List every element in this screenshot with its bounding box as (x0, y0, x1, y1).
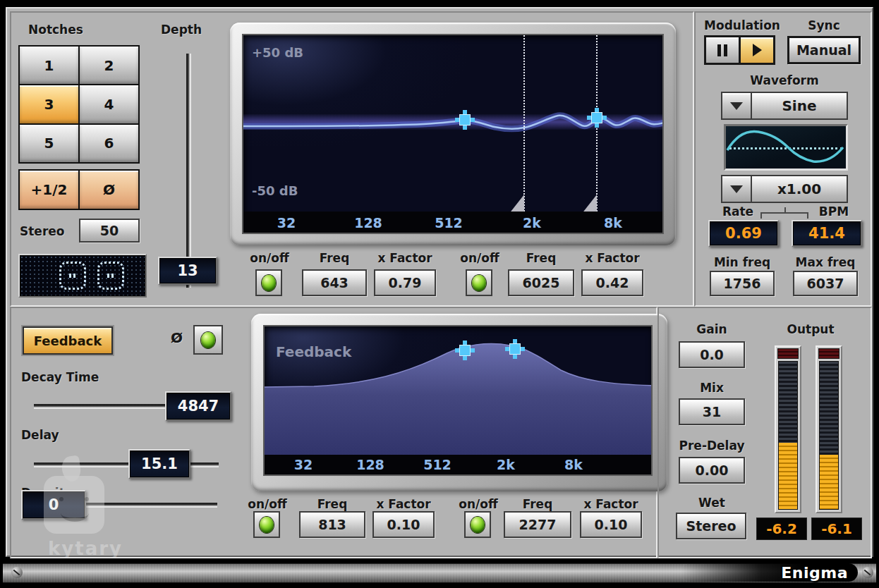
band2-onoff-button[interactable] (466, 269, 492, 296)
band2-factor-label: x Factor (576, 251, 649, 265)
notch-count-button-6[interactable]: 6 (80, 125, 138, 162)
screw-icon (11, 567, 23, 578)
mix-label: Mix (680, 381, 744, 395)
notch-count-button-4[interactable]: 4 (80, 85, 138, 123)
band1-freq-value[interactable]: 643 (302, 269, 367, 296)
db-top-label: +50 dB (252, 45, 303, 60)
notch-count-button-1[interactable]: 1 (20, 47, 78, 84)
decay-slider-handle[interactable]: 4847 (165, 391, 231, 421)
green-led-icon (472, 275, 486, 291)
dropdown-arrow-button[interactable] (722, 93, 752, 118)
rate-scale-select[interactable]: x1.00 (721, 175, 848, 203)
half-notch-button[interactable]: +1/2 (20, 171, 78, 209)
fb-band2-onoff-button[interactable] (464, 511, 491, 538)
meter-fill-left (779, 443, 797, 509)
fb-band2-onoff-label: on/off (457, 497, 499, 511)
max-freq-marker-line (596, 35, 598, 214)
band2-freq-value[interactable]: 6025 (508, 269, 574, 296)
sync-label: Sync (787, 18, 861, 32)
feedback-graph-display: Feedback 32 128 512 2k 8k (263, 325, 653, 476)
stereo-right-channel-icon (97, 262, 124, 290)
feedback-phase-label: Ø (171, 329, 183, 346)
feedback-graph-bezel: Feedback 32 128 512 2k 8k (251, 314, 667, 491)
fb-band1-freq-value[interactable]: 813 (299, 511, 365, 538)
fb-band1-factor-value[interactable]: 0.10 (372, 511, 435, 538)
fb-band1-freq-label: Freq (299, 497, 365, 511)
notch-response-curve (243, 35, 664, 214)
depth-slider-track[interactable] (186, 54, 191, 288)
gain-value[interactable]: 0.0 (679, 341, 745, 368)
play-button[interactable] (739, 37, 773, 63)
max-freq-label: Max freq (789, 255, 862, 269)
notch-count-button-3[interactable]: 3 (20, 85, 78, 123)
brand-name: Enigma (781, 564, 848, 582)
stereo-value-button[interactable]: 50 (79, 219, 140, 243)
rate-display[interactable]: 0.69 (708, 220, 779, 247)
play-icon (753, 44, 762, 56)
pause-icon (717, 44, 727, 56)
axis-tick: 128 (354, 215, 382, 231)
depth-slider-handle[interactable]: 13 (158, 257, 217, 285)
bpm-label: BPM (806, 204, 862, 219)
notch-count-button-2[interactable]: 2 (80, 47, 138, 84)
brand-pill: Enigma (681, 563, 858, 582)
density-slider-handle[interactable]: 0 (21, 490, 86, 520)
bottom-chrome-bar: Enigma (0, 558, 879, 588)
rate-label: Rate (710, 204, 766, 219)
clip-led (818, 348, 839, 359)
output-meter-left (775, 345, 801, 513)
fb-graph-axis: 32 128 512 2k 8k (265, 455, 651, 474)
max-freq-value[interactable]: 6037 (793, 271, 858, 296)
waveform-select-value[interactable]: Sine (752, 93, 847, 118)
meter-fill-right (820, 455, 838, 509)
green-led-icon (471, 517, 485, 533)
axis-tick: 32 (294, 457, 313, 472)
fb-band2-handle[interactable] (509, 343, 521, 355)
modulation-label: Modulation (703, 18, 782, 32)
delay-slider-track[interactable] (34, 463, 219, 467)
wet-mode-button[interactable]: Stereo (676, 513, 746, 539)
modulation-graph-bezel: +50 dB -50 dB 32 128 512 2k 8k (230, 23, 676, 245)
screw-icon (862, 567, 873, 578)
fb-band1-factor-label: x Factor (367, 497, 440, 511)
pause-button[interactable] (706, 37, 739, 63)
green-led-icon (260, 517, 274, 533)
axis-tick: 128 (356, 457, 384, 472)
fb-band2-factor-value[interactable]: 0.10 (580, 511, 642, 538)
modulation-panel: Modulation Sync Manual Waveform Sine x1.… (694, 11, 872, 307)
phase-button[interactable]: Ø (80, 171, 138, 209)
fb-band1-onoff-button[interactable] (253, 511, 280, 538)
mix-value[interactable]: 31 (679, 398, 745, 425)
feedback-onoff-button[interactable] (193, 325, 223, 355)
delay-slider-handle[interactable]: 15.1 (128, 449, 190, 479)
fb-band2-freq-value[interactable]: 2277 (504, 511, 571, 538)
predelay-value[interactable]: 0.00 (679, 457, 745, 484)
green-led-icon (201, 332, 215, 348)
rate-scale-value[interactable]: x1.00 (752, 176, 847, 202)
feedback-toggle-button[interactable]: Feedback (23, 326, 113, 355)
band1-factor-value[interactable]: 0.79 (374, 269, 436, 296)
axis-tick: 8k (604, 215, 622, 231)
fb-band2-factor-label: x Factor (574, 497, 648, 511)
band2-factor-value[interactable]: 0.42 (581, 269, 643, 296)
fb-band1-handle[interactable] (459, 345, 471, 356)
db-bottom-label: -50 dB (252, 183, 298, 198)
notch-filter-panel: Notches 1 2 3 4 5 6 +1/2 Ø Stereo 50 Dep… (10, 11, 694, 307)
waveform-label: Waveform (721, 73, 848, 87)
min-freq-value[interactable]: 1756 (710, 271, 775, 296)
plugin-face: Notches 1 2 3 4 5 6 +1/2 Ø Stereo 50 Dep… (6, 7, 873, 557)
meter-readout-left: -6.2 (756, 517, 807, 540)
notch-band1-handle[interactable] (459, 114, 471, 125)
notch-band2-handle[interactable] (591, 112, 602, 123)
meter-body (819, 361, 839, 510)
notches-title: Notches (28, 23, 83, 37)
sync-mode-button[interactable]: Manual (787, 36, 861, 64)
stereo-left-channel-icon (59, 262, 86, 290)
green-led-icon (262, 275, 276, 291)
band1-onoff-button[interactable] (255, 269, 282, 296)
notch-count-button-5[interactable]: 5 (20, 125, 78, 162)
bpm-display[interactable]: 41.4 (792, 220, 862, 247)
rate-bpm-link-icon (760, 212, 808, 219)
dropdown-arrow-button[interactable] (722, 176, 752, 202)
waveform-select[interactable]: Sine (721, 92, 848, 120)
